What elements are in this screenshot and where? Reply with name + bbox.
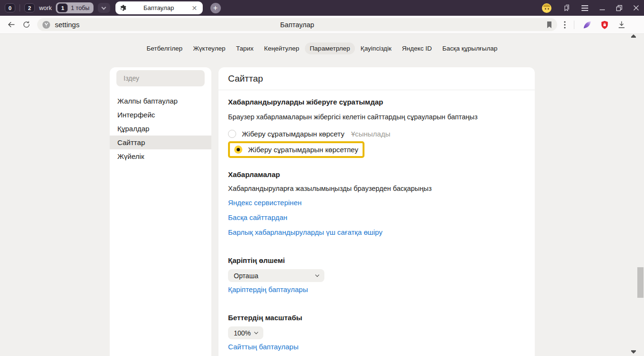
- profile-avatar[interactable]: [542, 3, 551, 13]
- nav-tab-bookmarks[interactable]: Бетбелгілер: [142, 42, 187, 54]
- radio-hide-label[interactable]: Жіберу сұратымдарын көрсетпеу: [248, 146, 358, 154]
- link-other-sites[interactable]: Басқа сайттардан: [228, 213, 287, 222]
- nav-tab-security[interactable]: Қауіпсіздік: [356, 42, 396, 54]
- collections-icon[interactable]: [562, 4, 571, 12]
- radio-show-label[interactable]: Жіберу сұратымдарын көрсету: [242, 130, 344, 138]
- page-zoom-heading: Беттердің масштабы: [228, 314, 525, 322]
- more-options-icon[interactable]: [564, 21, 566, 29]
- gear-icon: [120, 4, 127, 11]
- nav-tab-other-devices[interactable]: Басқа құрылғылар: [437, 42, 502, 54]
- settings-content: Сайттар Хабарландыруларды жіберуге сұрат…: [218, 67, 535, 356]
- notification-requests-heading: Хабарландыруларды жіберуге сұратымдар: [228, 98, 525, 106]
- font-size-value: Орташа: [234, 272, 258, 280]
- minimize-button[interactable]: [599, 5, 605, 11]
- link-mute-all-3h[interactable]: Барлық хабарландыруларды үш сағатқа өшір…: [228, 228, 383, 237]
- notifications-description: Хабарландыруларға жазылымыңызды браузерд…: [228, 184, 525, 193]
- link-font-settings[interactable]: Қаріптердің баптаулары: [228, 285, 308, 294]
- address-bar[interactable]: settings Баптаулар: [37, 18, 557, 31]
- url-text: settings: [55, 21, 80, 29]
- browser-window: 0 2 work 1 1 тобы Баптаулар ✕ +: [0, 0, 644, 356]
- back-icon[interactable]: [7, 20, 16, 29]
- nav-tab-history[interactable]: Тарих: [231, 42, 259, 54]
- active-group-label: 1 тобы: [71, 5, 89, 11]
- sidebar-item-system[interactable]: Жүйелік: [110, 149, 211, 163]
- titlebar: 0 2 work 1 1 тобы Баптаулар ✕ +: [0, 0, 644, 16]
- font-size-heading: Қаріптің өлшемі: [228, 256, 525, 265]
- content-title: Сайттар: [218, 67, 535, 90]
- sidebar-search[interactable]: [116, 70, 205, 86]
- download-icon[interactable]: [617, 21, 626, 29]
- nav-tab-settings[interactable]: Параметрлер: [305, 42, 355, 54]
- page-zoom-value: 100%: [234, 329, 251, 337]
- tab-group-dropdown-button[interactable]: [98, 3, 110, 13]
- site-favicon: [42, 21, 51, 29]
- maximize-button[interactable]: [616, 5, 623, 11]
- toolbar-actions: [564, 20, 626, 30]
- settings-sidebar: Жалпы баптаулар Интерфейс Құралдар Сайтт…: [110, 67, 211, 356]
- recommended-badge: Ұсынылады: [351, 130, 390, 138]
- sidebar-item-sites[interactable]: Сайттар: [110, 136, 211, 149]
- sidebar-item-tools[interactable]: Құралдар: [110, 122, 211, 136]
- link-site-settings[interactable]: Сайттың баптаулары: [228, 342, 299, 352]
- font-size-select[interactable]: Орташа: [228, 269, 324, 282]
- toolbar-divider: [574, 21, 574, 29]
- reload-icon[interactable]: [22, 21, 31, 29]
- radio-selected-icon[interactable]: [234, 146, 242, 154]
- radio-option-show-requests[interactable]: Жіберу сұратымдарын көрсету Ұсынылады: [228, 129, 525, 138]
- tab-groups: 0 2 work 1 1 тобы Баптаулар ✕ +: [5, 1, 221, 14]
- active-group-count: 1: [57, 3, 68, 12]
- tab-group-work-count[interactable]: 2: [24, 3, 35, 12]
- chevron-down-icon: [315, 273, 319, 277]
- nav-tab-yandex-id[interactable]: Яндекс ID: [397, 42, 437, 54]
- titlebar-right: [542, 3, 639, 13]
- notifications-heading: Хабарламалар: [228, 170, 525, 179]
- sidebar-item-general[interactable]: Жалпы баптаулар: [110, 94, 211, 108]
- active-tab-group[interactable]: 1 1 тобы: [56, 2, 93, 13]
- page-title-centered: Баптаулар: [37, 21, 557, 29]
- bookmark-icon[interactable]: [546, 21, 553, 29]
- tab-title: Баптаулар: [127, 4, 191, 11]
- search-input[interactable]: [123, 74, 198, 83]
- menu-icon[interactable]: [581, 5, 589, 11]
- scrollbar-thumb[interactable]: [637, 267, 644, 298]
- nav-tab-downloads[interactable]: Жүктеулер: [188, 42, 230, 54]
- close-window-button[interactable]: [633, 5, 639, 11]
- radio-unselected-icon[interactable]: [228, 130, 236, 138]
- active-tab[interactable]: Баптаулар ✕: [115, 1, 203, 14]
- chevron-down-icon: [102, 5, 106, 10]
- settings-nav: Бетбелгілер Жүктеулер Тарих Кеңейтулер П…: [0, 42, 644, 54]
- tab-close-icon[interactable]: ✕: [191, 5, 198, 11]
- page-zoom-select[interactable]: 100%: [228, 326, 263, 339]
- link-yandex-services[interactable]: Яндекс сервистерінен: [228, 198, 301, 208]
- tab-group-work-label[interactable]: work: [39, 5, 52, 11]
- scroll-up-arrow[interactable]: [631, 34, 636, 37]
- protect-shield-icon[interactable]: [600, 20, 609, 30]
- tab-group-0[interactable]: 0: [5, 3, 15, 12]
- tab-group-separator: [20, 4, 20, 11]
- chevron-down-icon: [254, 330, 258, 334]
- nav-tab-extensions[interactable]: Кеңейтулер: [260, 42, 304, 54]
- new-tab-button[interactable]: +: [210, 3, 221, 13]
- feather-extension-icon[interactable]: [582, 20, 592, 30]
- scroll-down-arrow[interactable]: [631, 351, 636, 354]
- sidebar-list: Жалпы баптаулар Интерфейс Құралдар Сайтт…: [110, 94, 211, 163]
- highlight-annotation-box: Жіберу сұратымдарын көрсетпеу: [228, 141, 364, 158]
- sidebar-item-interface[interactable]: Интерфейс: [110, 108, 211, 122]
- notification-requests-description: Браузер хабарламаларын жібергісі келетін…: [228, 113, 525, 121]
- toolbar: settings Баптаулар: [0, 16, 644, 34]
